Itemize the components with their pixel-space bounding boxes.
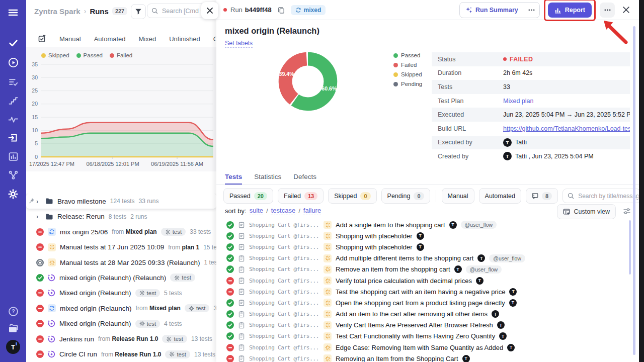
tab-automated[interactable]: Automated [94,35,126,43]
integrations-nav-icon[interactable] [5,166,22,184]
run-summary-more-button[interactable] [524,3,539,18]
test-row[interactable]: Shopping Cart @firs... Edge Case: Removi… [216,342,630,353]
detail-tab[interactable]: Defects [293,169,316,185]
run-type-badge[interactable]: mixed [291,5,326,15]
test-row[interactable]: Shopping Cart @firs... Add an item to th… [216,309,630,320]
run-tests-count: 33 tests [190,228,211,235]
checkmark-nav-icon[interactable] [5,34,22,51]
sort-by-failure-link[interactable]: failure [303,207,321,215]
tab-unfinished[interactable]: Unfinished [169,35,200,43]
result-filter-chip[interactable]: Pending 0 [381,188,430,204]
report-button[interactable]: Report [548,3,592,18]
run-runs-count: 2 runs [130,213,147,220]
comments-filter-chip[interactable]: 8 [526,188,558,204]
more-actions-button[interactable] [600,3,615,18]
run-list-item[interactable]: mixed origin (Relaunch) (Relaunch) test [26,270,216,285]
run-tests-count: 4 tests [164,320,182,327]
run-list-item[interactable]: mixed origin (Relaunch) from Mixed plan … [26,301,216,316]
plan-name[interactable]: Release Run 1.0 [112,335,158,342]
close-icon [206,7,213,14]
settings-gear-icon[interactable] [5,186,22,203]
menu-icon[interactable] [5,4,22,21]
run-summary-button[interactable]: Run Summary [460,7,524,14]
set-labels-link[interactable]: Set labels [225,40,253,48]
test-row[interactable]: Shopping Cart @firs... Add multiple diff… [216,253,630,264]
status-failed-icon [36,350,44,358]
test-row[interactable]: Shopping Cart @firs... Test the shopping… [216,286,630,297]
custom-view-button[interactable]: Custom view [557,204,616,219]
run-list-item[interactable]: Mixed origin (Relaunch) test 4 tests [26,316,216,331]
detail-panel-scrollbar[interactable] [633,26,635,355]
automated-test-icon [324,354,332,362]
reports-nav-icon[interactable] [5,148,22,165]
type-filter-chip[interactable]: Automated [479,188,521,204]
run-list-item[interactable]: › Bravo milestone 124 tests 33 runs [26,194,216,209]
svg-text:06/19/2025 11:56 AM: 06/19/2025 11:56 AM [151,161,203,167]
detail-tab[interactable]: Tests [225,169,242,185]
filter-button[interactable] [131,4,146,19]
tests-list: Shopping Cart @firs... Add a single item… [216,219,630,362]
automated-test-icon [324,288,332,296]
assignee-avatar: T [492,310,499,318]
test-row[interactable]: Shopping Cart @firs... Open the shopping… [216,297,630,308]
automation-run-icon [48,320,55,327]
select-all-icon[interactable] [38,35,46,43]
test-list-nav-icon[interactable] [5,73,22,90]
test-plan-link[interactable]: Mixed plan [503,98,533,105]
breadcrumb-project[interactable]: Zyntra Spark [34,7,80,16]
sort-by-testcase-link[interactable]: testcase [271,207,295,215]
type-filter-chip[interactable]: Manual [442,188,474,204]
close-detail-button[interactable] [619,3,633,17]
panel-close-button[interactable] [201,2,218,19]
milestones-nav-icon[interactable] [5,92,22,109]
detail-value: 2h 6m 42s [503,69,532,76]
plan-name[interactable]: plan 1 [182,244,200,251]
clipboard-icon [238,333,245,340]
test-passed-icon [226,221,234,229]
runs-nav-icon[interactable] [5,129,22,146]
user-avatar[interactable]: T [6,340,20,354]
breadcrumb-page[interactable]: Runs [90,7,109,16]
run-list-item[interactable]: Mixed origin (Relaunch) test 5 tests [26,286,216,301]
comments-count: 8 [542,192,552,200]
test-row[interactable]: Shopping Cart @firs... Verify Cart Items… [216,320,630,331]
sort-by-suite-link[interactable]: suite [250,207,263,215]
tests-list-scrollbar[interactable] [629,220,631,275]
test-row[interactable]: Shopping Cart @firs... Add a single item… [216,219,630,230]
result-filter-chip[interactable]: Skipped 0 [328,188,376,204]
run-list-item[interactable]: Manual tests at 17 Jun 2025 10:09 from p… [26,239,216,254]
result-filter-chip[interactable]: Failed 13 [278,188,324,204]
run-list-item[interactable]: Manual tests at 28 Mar 2025 09:33 (Relau… [26,255,216,270]
expand-chevron-icon[interactable]: › [36,198,41,205]
plan-name[interactable]: Mixed plan [149,305,181,312]
run-list-item[interactable]: › Release: Rerun 8 tests 2 runs [26,209,216,224]
tab-mixed[interactable]: Mixed [139,35,156,43]
plan-name[interactable]: Release Run 1.0 [115,351,161,358]
detail-tab[interactable]: Statistics [254,169,281,185]
copy-icon[interactable] [278,7,285,14]
svg-text:25: 25 [32,87,38,94]
run-list-item[interactable]: Circle CI run from Release Run 1.0 test … [26,347,216,362]
projects-folder-icon[interactable] [5,320,22,337]
expand-chevron-icon[interactable]: › [36,213,41,220]
result-filter-chip[interactable]: Passed 20 [223,188,273,204]
activity-nav-icon[interactable] [5,111,22,128]
test-row[interactable]: Shopping Cart @firs... Test Cart Functio… [216,331,630,342]
plan-name[interactable]: Mixed plan [126,228,157,235]
test-row[interactable]: Shopping Cart @firs... Remove an item fr… [216,264,630,275]
play-circle-nav-icon[interactable] [5,54,22,71]
tests-search[interactable] [562,189,640,203]
test-row[interactable]: Shopping Cart @firs... Shopping with pla… [216,230,630,241]
test-row[interactable]: Shopping Cart @firs... Verify total pric… [216,275,630,286]
status-passed-icon [36,274,44,282]
build-url-link[interactable]: https://github.com/TetianaKhomenko/Load-… [503,125,630,132]
run-list-item[interactable]: Jenkins run from Release Run 1.0 test 13… [26,331,216,346]
run-list-item[interactable]: mix origin 25/06 from Mixed plan test 33… [26,224,216,239]
tab-manual[interactable]: Manual [59,35,81,43]
tests-search-input[interactable] [577,192,639,200]
test-row[interactable]: Shopping Cart @firs... Shopping with pla… [216,241,630,252]
test-row[interactable]: Shopping Cart @firs... Removing an Item … [216,353,630,362]
clipboard-icon [238,322,245,329]
help-icon[interactable]: ? [5,303,22,320]
view-settings-sliders-icon[interactable] [623,207,631,215]
